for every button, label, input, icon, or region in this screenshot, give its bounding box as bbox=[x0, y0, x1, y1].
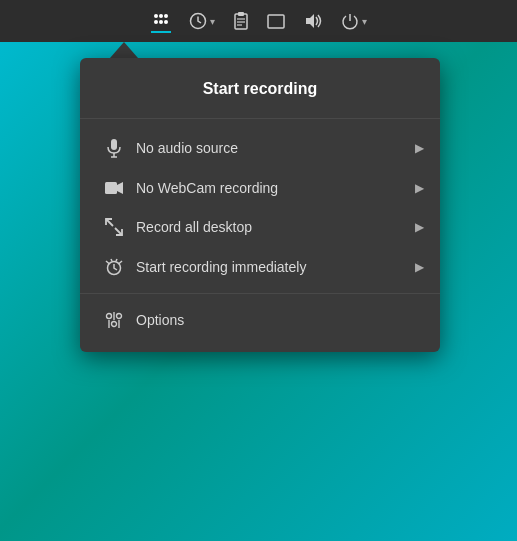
webcam-label: No WebCam recording bbox=[136, 180, 407, 196]
options-icon bbox=[100, 311, 128, 329]
expand-icon bbox=[100, 218, 128, 236]
alarm-icon bbox=[100, 258, 128, 276]
svg-rect-12 bbox=[268, 15, 284, 28]
power-taskbar-icon[interactable]: ▾ bbox=[341, 12, 367, 30]
clock-chevron: ▾ bbox=[210, 16, 215, 27]
dropdown-wrapper: Start recording No audio source ▶ bbox=[0, 42, 440, 352]
record-taskbar-icon[interactable] bbox=[151, 9, 171, 33]
svg-line-20 bbox=[115, 228, 122, 235]
svg-line-24 bbox=[111, 259, 112, 261]
desktop-arrow: ▶ bbox=[415, 220, 424, 234]
svg-point-3 bbox=[154, 20, 158, 24]
window-taskbar-icon[interactable] bbox=[267, 14, 285, 29]
dropdown-title: Start recording bbox=[80, 58, 440, 118]
volume-taskbar-icon[interactable] bbox=[303, 12, 323, 30]
svg-point-2 bbox=[164, 14, 168, 18]
menu-item-desktop[interactable]: Record all desktop ▶ bbox=[80, 207, 440, 247]
top-divider bbox=[80, 118, 440, 119]
audio-source-arrow: ▶ bbox=[415, 141, 424, 155]
menu-item-options[interactable]: Options bbox=[80, 300, 440, 340]
power-chevron: ▾ bbox=[362, 16, 367, 27]
svg-rect-8 bbox=[238, 12, 244, 16]
menu-item-immediate[interactable]: Start recording immediately ▶ bbox=[80, 247, 440, 287]
menu-item-webcam[interactable]: No WebCam recording ▶ bbox=[80, 169, 440, 207]
svg-rect-14 bbox=[111, 139, 117, 150]
menu-separator bbox=[80, 293, 440, 294]
svg-line-25 bbox=[116, 259, 117, 261]
menu-item-audio-source[interactable]: No audio source ▶ bbox=[80, 127, 440, 169]
svg-line-22 bbox=[106, 261, 110, 264]
svg-point-26 bbox=[107, 314, 112, 319]
dropdown-arrow bbox=[110, 42, 138, 58]
webcam-icon bbox=[100, 181, 128, 195]
svg-point-4 bbox=[159, 20, 163, 24]
svg-rect-17 bbox=[105, 182, 117, 194]
taskbar: ▾ ▾ bbox=[0, 0, 517, 42]
microphone-icon bbox=[100, 138, 128, 158]
immediate-arrow: ▶ bbox=[415, 260, 424, 274]
svg-marker-18 bbox=[117, 182, 123, 194]
svg-point-0 bbox=[154, 14, 158, 18]
clipboard-taskbar-icon[interactable] bbox=[233, 12, 249, 30]
immediate-label: Start recording immediately bbox=[136, 259, 407, 275]
svg-point-1 bbox=[159, 14, 163, 18]
svg-point-5 bbox=[164, 20, 168, 24]
audio-source-label: No audio source bbox=[136, 140, 407, 156]
svg-line-19 bbox=[106, 219, 113, 226]
svg-point-27 bbox=[117, 314, 122, 319]
clock-taskbar-icon[interactable]: ▾ bbox=[189, 12, 215, 30]
dropdown-panel: Start recording No audio source ▶ bbox=[80, 58, 440, 352]
svg-line-23 bbox=[119, 261, 123, 264]
desktop-label: Record all desktop bbox=[136, 219, 407, 235]
svg-marker-13 bbox=[306, 14, 314, 28]
svg-point-28 bbox=[112, 322, 117, 327]
webcam-arrow: ▶ bbox=[415, 181, 424, 195]
options-label: Options bbox=[136, 312, 424, 328]
